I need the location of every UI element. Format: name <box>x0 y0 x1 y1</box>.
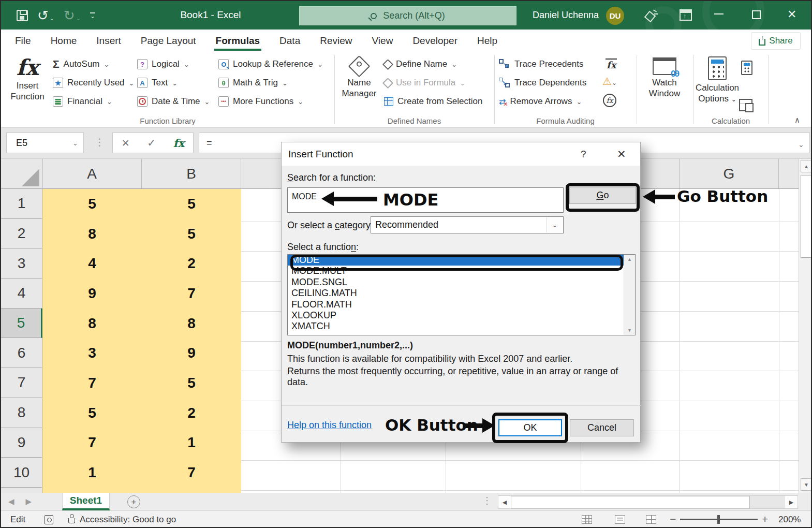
avatar[interactable]: DU <box>606 7 624 25</box>
cell-column-a[interactable]: 5 <box>42 189 142 219</box>
define-name-button[interactable]: Define Name⌄ <box>384 57 457 71</box>
row-header[interactable]: 2 <box>1 219 42 249</box>
row-header[interactable]: 10 <box>1 458 42 488</box>
enter-entry-icon[interactable]: ✓ <box>147 137 156 149</box>
zoom-level[interactable]: 200% <box>778 515 801 525</box>
cell-column-b[interactable]: 9 <box>142 338 241 368</box>
cell-column-b[interactable]: 5 <box>142 219 241 249</box>
ribbon-display-options-icon[interactable] <box>680 9 692 21</box>
evaluate-formula-icon[interactable]: fx <box>603 94 616 107</box>
autosum-button[interactable]: Σ AutoSum⌄ <box>53 57 109 71</box>
page-layout-view-icon[interactable] <box>615 515 625 524</box>
dialog-close-icon[interactable]: ✕ <box>617 148 626 160</box>
cell-column-a[interactable]: 9 <box>42 278 142 309</box>
select-all-corner[interactable] <box>1 159 42 188</box>
row-header[interactable]: 7 <box>1 368 42 398</box>
close-button[interactable]: ✕ <box>787 8 796 21</box>
cell-column-a[interactable]: 5 <box>42 398 142 428</box>
error-checking-button[interactable]: ⚠⌄ <box>602 76 617 87</box>
row-header[interactable]: 1 <box>1 189 42 219</box>
share-button[interactable]: Share <box>751 32 801 50</box>
ribbon-tab[interactable]: Insert <box>86 30 131 52</box>
dialog-title-bar[interactable]: Insert Function <box>282 142 640 166</box>
function-listbox[interactable]: MODEMODE.MULTMODE.SNGLCEILING.MATHFLOOR.… <box>287 254 636 335</box>
cell-column-b[interactable]: 7 <box>142 278 241 309</box>
cell-column-a[interactable]: 7 <box>42 428 142 458</box>
cancel-entry-icon[interactable]: ✕ <box>122 137 130 149</box>
sheet-tab-sheet1[interactable]: Sheet1 <box>62 493 110 510</box>
ribbon-tab[interactable]: View <box>362 30 403 52</box>
user-name[interactable]: Daniel Uchenna <box>529 10 599 21</box>
row-header[interactable]: 8 <box>1 398 42 428</box>
logical-button[interactable]: ? Logical⌄ <box>137 57 189 71</box>
maximize-button[interactable] <box>752 10 761 19</box>
cell-column-b[interactable]: 5 <box>142 368 241 398</box>
function-list-item[interactable]: MODE <box>288 255 635 266</box>
cell-column-a[interactable]: 8 <box>42 219 142 249</box>
chevron-down-icon[interactable]: ⌄ <box>72 139 78 147</box>
list-scrollbar[interactable]: ▲ ▼ <box>624 255 635 335</box>
lookup-reference-button[interactable]: Lookup & Reference⌄ <box>218 57 323 71</box>
vertical-scrollbar[interactable]: ▲ ▼ <box>799 159 812 493</box>
macro-record-icon[interactable] <box>45 515 53 524</box>
normal-view-icon[interactable] <box>582 515 592 524</box>
ribbon-tab[interactable]: Developer <box>403 30 467 52</box>
function-list-item[interactable]: XLOOKUP <box>288 310 635 321</box>
cell-column-b[interactable]: 2 <box>142 248 241 278</box>
text-button[interactable]: A Text⌄ <box>137 76 178 90</box>
column-header-g[interactable]: G <box>679 159 779 188</box>
date-time-button[interactable]: Date & Time⌄ <box>137 95 210 108</box>
calculate-sheet-icon[interactable] <box>739 99 752 111</box>
financial-button[interactable]: Financial⌄ <box>53 95 112 108</box>
horizontal-scrollbar-thumb[interactable] <box>511 496 750 508</box>
cell-column-a[interactable]: 8 <box>42 309 142 339</box>
ribbon-tab[interactable]: Help <box>467 30 507 52</box>
cell-column-a[interactable]: 1 <box>42 458 142 488</box>
trace-precedents-button[interactable]: ↘ Trace Precedents <box>499 57 584 71</box>
ribbon-tab[interactable]: Formulas <box>206 30 270 52</box>
cell-column-b[interactable]: 7 <box>142 458 241 488</box>
show-formulas-icon[interactable]: fx <box>606 58 617 70</box>
help-on-function-link[interactable]: Help on this function <box>287 420 372 431</box>
minimize-button[interactable] <box>714 13 724 14</box>
dialog-help-icon[interactable]: ? <box>581 149 586 160</box>
insert-function-button[interactable]: fx Insert Function <box>6 55 49 102</box>
name-manager-button[interactable]: Name Manager <box>337 54 381 99</box>
row-header[interactable]: 6 <box>1 338 42 368</box>
add-sheet-icon[interactable]: + <box>127 495 140 508</box>
recently-used-button[interactable]: ★ Recently Used⌄ <box>53 76 134 90</box>
zoom-slider-thumb[interactable] <box>717 515 720 524</box>
calculate-now-icon[interactable] <box>741 61 752 75</box>
feedback-megaphone-icon[interactable] <box>645 9 657 22</box>
function-list-item[interactable]: FLOOR.MATH <box>288 299 635 310</box>
remove-arrows-button[interactable]: ⇄✕ Remove Arrows⌄ <box>499 95 582 108</box>
cell-column-a[interactable]: 3 <box>42 338 142 368</box>
cell-column-b[interactable]: 8 <box>142 309 241 339</box>
column-header-b[interactable]: B <box>142 159 241 188</box>
ribbon-tab[interactable]: File <box>5 30 41 52</box>
create-from-selection-button[interactable]: Create from Selection <box>384 95 482 108</box>
function-list-item[interactable]: MODE.SNGL <box>288 277 635 288</box>
scroll-up-icon[interactable]: ▲ <box>801 160 812 172</box>
ribbon-tab[interactable]: Data <box>270 30 310 52</box>
column-header-a[interactable]: A <box>42 159 142 188</box>
row-header[interactable]: 3 <box>1 248 42 278</box>
collapse-ribbon-icon[interactable]: ∧ <box>794 115 800 125</box>
ribbon-tab[interactable]: Page Layout <box>131 30 206 52</box>
cell-column-a[interactable]: 7 <box>42 368 142 398</box>
function-list-item[interactable]: MODE.MULT <box>288 266 635 276</box>
function-list-item[interactable]: CEILING.MATH <box>288 288 635 299</box>
horizontal-scrollbar[interactable]: ◀ ▶ <box>498 495 798 509</box>
formula-bar-splitter[interactable]: ⋮ <box>95 136 105 148</box>
row-header[interactable]: 4 <box>1 278 42 309</box>
save-icon[interactable] <box>17 10 28 21</box>
ok-button[interactable]: OK <box>498 419 562 436</box>
customize-quick-access-icon[interactable]: ⌄ <box>90 12 95 19</box>
scroll-right-icon[interactable]: ▶ <box>785 496 798 508</box>
zoom-in-icon[interactable]: + <box>762 513 768 525</box>
sheet-next-icon[interactable]: ▶ <box>26 497 32 506</box>
calculation-options-button[interactable]: Calculation Options ⌄ <box>697 54 738 105</box>
sheet-prev-icon[interactable]: ◀ <box>8 497 14 506</box>
vertical-scrollbar-thumb[interactable] <box>801 175 812 258</box>
chevron-down-icon[interactable]: ⌄ <box>50 15 54 21</box>
